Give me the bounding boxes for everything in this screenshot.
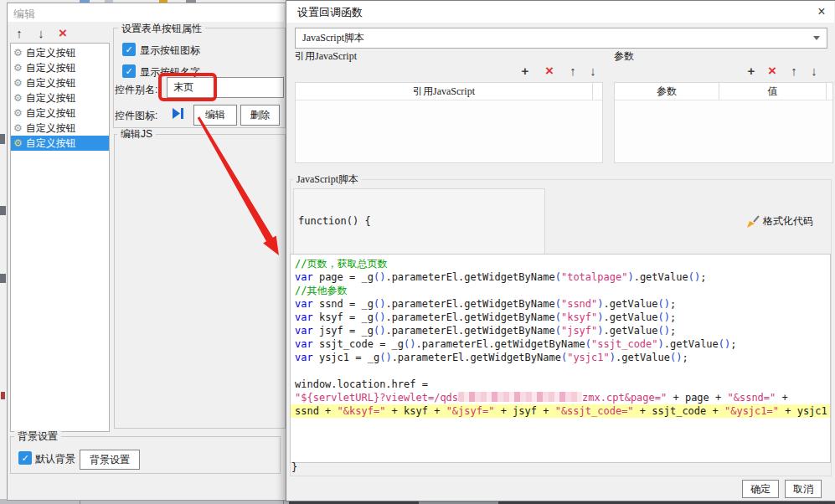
widget-icon-label: 控件图标:: [115, 109, 157, 123]
list-item-label: 自定义按钮: [26, 121, 76, 136]
callback-dialog-title: 设置回调函数: [297, 5, 363, 20]
code-line: var jsyf = _g().parameterEl.getWidgetByN…: [295, 324, 830, 337]
list-item[interactable]: ⚙自定义按钮: [11, 121, 109, 136]
ref-js-table[interactable]: 引用JavaScript: [295, 82, 603, 163]
params-up-icon[interactable]: ↑: [786, 64, 801, 79]
ref-js-up-icon[interactable]: ↑: [565, 64, 580, 79]
code-line: [295, 364, 830, 378]
function-signature: function() {: [298, 215, 371, 227]
background-settings-group-title: 背景设置: [14, 430, 61, 442]
gear-icon: ⚙: [13, 93, 23, 103]
list-item[interactable]: ⚙自定义按钮: [11, 105, 109, 121]
ref-js-remove-icon[interactable]: ×: [542, 64, 557, 79]
background-artifact: [0, 274, 6, 283]
chevron-down-icon: [813, 36, 820, 40]
list-item-label: 自定义按钮: [26, 136, 76, 151]
alias-label: 控件别名:: [115, 83, 157, 97]
list-item-label: 自定义按钮: [26, 76, 76, 90]
last-page-icon: [171, 107, 184, 122]
gear-icon: ⚙: [13, 138, 23, 148]
ok-button[interactable]: 确定: [742, 480, 779, 498]
closing-brace: }: [291, 461, 297, 473]
code-line: "${servletURL}?viewlet=/qdszmx.cpt&page=…: [295, 391, 830, 404]
ref-js-down-icon[interactable]: ↓: [585, 64, 600, 79]
form-button-props-group-title: 设置表单按钮属性: [118, 23, 205, 34]
format-code-label: 格式化代码: [763, 214, 813, 229]
params-header-param: 参数: [615, 83, 719, 100]
code-line: window.location.href =: [295, 378, 830, 391]
move-down-icon[interactable]: ↓: [34, 26, 49, 41]
callback-dialog-titlebar[interactable]: [286, 1, 834, 23]
custom-button-list[interactable]: ⚙自定义按钮⚙自定义按钮⚙自定义按钮⚙自定义按钮⚙自定义按钮⚙自定义按钮⚙自定义…: [10, 43, 110, 432]
edit-js-group: [114, 134, 286, 429]
list-item[interactable]: ⚙自定义按钮: [11, 60, 109, 75]
params-table[interactable]: 参数 值: [614, 82, 833, 163]
edit-icon-button[interactable]: 编辑: [193, 105, 237, 126]
gear-icon: ⚙: [13, 123, 23, 133]
code-line: ssnd + "&ksyf=" + ksyf + "&jsyf=" + jsyf…: [291, 404, 830, 418]
default-background-label: 默认背景: [35, 452, 75, 466]
delete-icon-button[interactable]: 删除: [240, 105, 280, 126]
ref-js-section-title: 引用JavaScript: [291, 50, 360, 62]
screenshot-root: 编辑 ↑ ↓ × ⚙自定义按钮⚙自定义按钮⚙自定义按钮⚙自定义按钮⚙自定义按钮⚙…: [0, 0, 835, 504]
code-line: //页数，获取总页数: [295, 257, 830, 270]
background-artifact: [0, 134, 5, 144]
params-header-spacer: [827, 83, 832, 100]
background-artifact: [1, 392, 5, 399]
code-line: var ksyf = _g().parameterEl.getWidgetByN…: [295, 311, 830, 324]
ref-js-table-header: 引用JavaScript: [296, 83, 602, 100]
edit-dialog-titlebar[interactable]: [8, 3, 284, 22]
code-line: var ssnd = _g().parameterEl.getWidgetByN…: [295, 297, 830, 311]
show-icon-checkbox-label: 显示按钮图标: [140, 44, 200, 58]
list-item-label: 自定义按钮: [26, 106, 76, 121]
default-background-checkbox[interactable]: ✓: [18, 451, 32, 465]
event-type-select[interactable]: JavaScript脚本: [295, 28, 827, 49]
gear-icon: ⚙: [13, 78, 23, 88]
close-icon[interactable]: ×: [813, 4, 830, 19]
format-brush-icon: [745, 214, 760, 229]
edit-js-group-title: 编辑JS: [117, 128, 156, 140]
code-line: var page = _g().parameterEl.getWidgetByN…: [295, 270, 830, 284]
alias-input[interactable]: 末页: [167, 77, 284, 98]
code-line: var ysjc1 = _g().parameterEl.getWidgetBy…: [295, 351, 830, 364]
list-item-label: 自定义按钮: [26, 46, 76, 60]
show-icon-checkbox[interactable]: ✓: [122, 43, 136, 56]
params-table-header: 参数 值: [615, 83, 832, 100]
list-item-label: 自定义按钮: [26, 91, 76, 105]
code-line: //其他参数: [295, 284, 830, 297]
ref-js-header-cell: 引用JavaScript: [296, 83, 593, 100]
alias-input-value: 末页: [173, 80, 193, 95]
list-item[interactable]: ⚙自定义按钮: [11, 136, 109, 151]
params-add-icon[interactable]: +: [744, 64, 759, 79]
gear-icon: ⚙: [13, 63, 23, 73]
background-settings-button[interactable]: 背景设置: [80, 450, 140, 470]
params-section-title: 参数: [611, 50, 637, 62]
params-header-value: 值: [719, 83, 827, 100]
move-up-icon[interactable]: ↑: [12, 26, 27, 41]
list-item[interactable]: ⚙自定义按钮: [11, 45, 109, 60]
gear-icon: ⚙: [13, 48, 23, 58]
format-code-button[interactable]: 格式化代码: [745, 212, 829, 230]
list-item[interactable]: ⚙自定义按钮: [11, 75, 109, 90]
js-code-area[interactable]: //页数，获取总页数var page = _g().parameterEl.ge…: [290, 254, 831, 463]
params-remove-icon[interactable]: ×: [765, 64, 780, 79]
code-line: var ssjt_code = _g().parameterEl.getWidg…: [295, 337, 830, 351]
params-down-icon[interactable]: ↓: [807, 64, 822, 79]
list-item-label: 自定义按钮: [26, 61, 76, 75]
js-script-group-title: JavaScript脚本: [293, 173, 362, 185]
list-item[interactable]: ⚙自定义按钮: [11, 90, 109, 105]
show-name-checkbox[interactable]: ✓: [122, 64, 136, 78]
ref-js-header-spacer: [593, 83, 602, 100]
gear-icon: ⚙: [13, 108, 23, 118]
edit-dialog-title: 编辑: [13, 7, 35, 22]
background-artifact: [0, 206, 6, 215]
cancel-button[interactable]: 取消: [785, 480, 822, 498]
delete-item-icon[interactable]: ×: [55, 26, 70, 41]
censored-url-segment: [458, 392, 582, 402]
event-type-value: JavaScript脚本: [296, 31, 364, 45]
ref-js-add-icon[interactable]: +: [518, 64, 533, 79]
